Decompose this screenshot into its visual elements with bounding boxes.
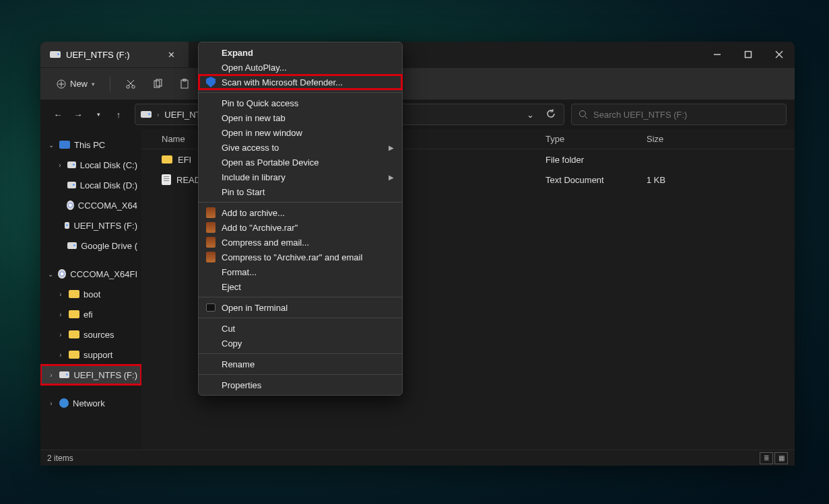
paste-button[interactable] (172, 75, 197, 94)
tree-item[interactable]: ›boot (40, 284, 141, 304)
new-button[interactable]: New ▾ (50, 75, 102, 93)
context-item[interactable]: Copy (199, 336, 402, 351)
chevron-icon[interactable]: › (57, 331, 65, 338)
svg-rect-1 (745, 52, 752, 58)
chevron-icon[interactable]: › (47, 400, 55, 407)
refresh-button[interactable] (543, 109, 558, 120)
context-item-label: Format... (222, 267, 257, 277)
context-item[interactable]: Include in library▶ (199, 170, 402, 184)
details-view-button[interactable]: ≣ (760, 452, 773, 464)
tree-item[interactable]: Google Drive ( (40, 236, 141, 256)
tree-item[interactable]: CCCOMA_X64 (40, 195, 141, 215)
body: ⌄This PC›Local Disk (C:)Local Disk (D:)C… (40, 129, 795, 449)
tree-item[interactable]: ⌄CCCOMA_X64FI (40, 264, 141, 284)
context-item[interactable]: Pin to Start (199, 184, 402, 199)
svg-line-10 (127, 80, 133, 85)
maximize-button[interactable] (733, 42, 764, 67)
context-item[interactable]: Pin to Quick access (199, 96, 402, 110)
context-item[interactable]: Compress to "Archive.rar" and email (199, 250, 402, 264)
submenu-arrow-icon: ▶ (389, 144, 394, 151)
address-dropdown[interactable]: ⌄ (523, 110, 538, 120)
drive-icon (65, 222, 70, 229)
tree-item[interactable]: ›support (40, 345, 141, 365)
search-input[interactable] (593, 110, 779, 120)
up-button[interactable]: ↑ (109, 105, 128, 124)
close-button[interactable] (764, 42, 795, 67)
close-tab-button[interactable]: ✕ (164, 48, 179, 61)
context-item-label: Cut (222, 324, 235, 334)
file-type: File folder (545, 155, 646, 165)
chevron-icon[interactable]: › (57, 311, 65, 318)
chevron-icon[interactable]: › (57, 351, 65, 359)
context-item[interactable]: Open as Portable Device (199, 155, 402, 170)
folder-icon (69, 330, 79, 338)
context-separator (199, 353, 402, 354)
recent-button[interactable]: ▾ (89, 105, 108, 124)
tree-item-label: CCCOMA_X64 (78, 201, 137, 211)
tree-item[interactable]: Local Disk (D:) (40, 175, 141, 195)
context-item[interactable]: Scan with Microsoft Defender... (199, 75, 402, 89)
context-item[interactable]: Properties (199, 377, 402, 392)
drive-icon (141, 111, 152, 118)
paste-icon (179, 79, 190, 89)
window-tab[interactable]: UEFI_NTFS (F:) ✕ (40, 42, 189, 67)
tree-item[interactable]: ›UEFI_NTFS (F:) (40, 365, 141, 385)
svg-point-8 (132, 85, 135, 87)
chevron-icon[interactable]: › (57, 161, 63, 169)
search-box[interactable] (571, 104, 787, 125)
tree-item-label: support (84, 350, 112, 360)
chevron-icon[interactable]: › (57, 291, 65, 298)
context-item[interactable]: Format... (199, 264, 402, 279)
copy-button[interactable] (145, 75, 170, 94)
drive-icon (67, 161, 76, 168)
tree-item[interactable]: ›Network (40, 393, 141, 413)
svg-point-17 (580, 111, 586, 117)
tree-item-label: Local Disk (D:) (80, 180, 137, 190)
context-item[interactable]: Open in new tab (199, 110, 402, 125)
tree-item-label: UEFI_NTFS (F:) (73, 370, 137, 380)
chevron-icon[interactable]: ⌄ (47, 271, 54, 278)
context-separator (199, 202, 402, 203)
context-item[interactable]: Rename (199, 357, 402, 371)
column-type[interactable]: Type (545, 134, 646, 144)
rar-icon (206, 222, 215, 233)
file-icon (162, 174, 171, 185)
copy-icon (152, 79, 163, 89)
drive-icon (50, 51, 61, 58)
tree-item[interactable]: ›Local Disk (C:) (40, 155, 141, 175)
context-separator (199, 297, 402, 297)
drive-icon (59, 371, 70, 378)
forward-button[interactable]: → (69, 105, 88, 124)
context-item[interactable]: Open in Terminal (199, 300, 402, 315)
tree-item[interactable]: ›sources (40, 324, 141, 345)
context-item[interactable]: Cut (199, 321, 402, 336)
context-item[interactable]: Add to "Archive.rar" (199, 220, 402, 235)
titlebar: UEFI_NTFS (F:) ✕ + (40, 42, 795, 67)
file-size: 1 KB (646, 175, 714, 185)
context-item[interactable]: Add to archive... (199, 205, 402, 220)
nav-arrows: ← → ▾ ↑ (48, 105, 128, 124)
chevron-icon[interactable]: ⌄ (47, 141, 55, 149)
context-item[interactable]: Open AutoPlay... (199, 60, 402, 75)
context-item[interactable]: Eject (199, 279, 402, 294)
scissors-icon (125, 79, 136, 89)
tree-item[interactable]: ›efi (40, 304, 141, 324)
file-name: EFI (178, 155, 191, 165)
minimize-button[interactable] (702, 42, 733, 67)
file-type: Text Document (545, 175, 646, 185)
chevron-icon[interactable]: › (47, 371, 55, 379)
file-explorer-window: UEFI_NTFS (F:) ✕ + New ▾ w ▾ Eject (40, 42, 795, 466)
context-item-label: Expand (222, 48, 253, 58)
context-item[interactable]: Expand (199, 45, 402, 60)
context-item[interactable]: Give access to▶ (199, 140, 402, 155)
tree-item[interactable]: UEFI_NTFS (F:) (40, 215, 141, 236)
cut-button[interactable] (119, 75, 143, 94)
icons-view-button[interactable]: ▦ (774, 452, 788, 464)
back-button[interactable]: ← (48, 105, 67, 124)
context-item[interactable]: Open in new window (199, 125, 402, 140)
net-icon (59, 398, 69, 408)
tree-item[interactable]: ⌄This PC (40, 135, 141, 155)
column-size[interactable]: Size (646, 134, 714, 144)
context-item[interactable]: Compress and email... (199, 235, 402, 250)
view-mode-buttons: ≣ ▦ (760, 452, 788, 464)
